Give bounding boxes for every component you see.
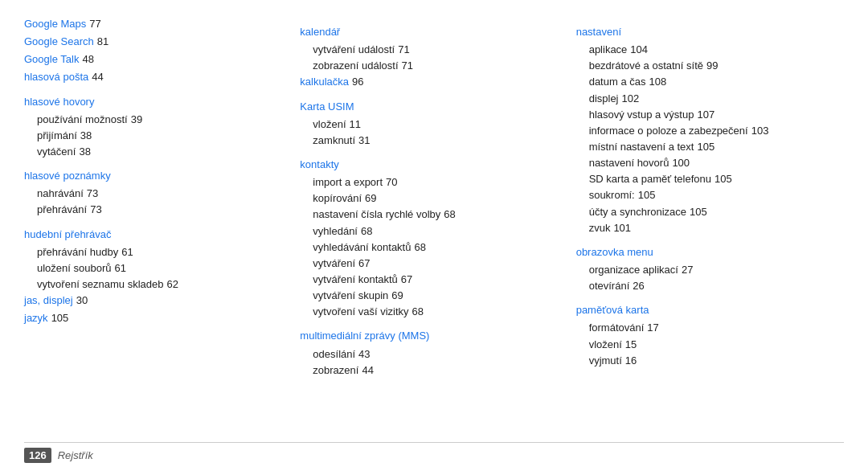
sub-num: 11 (350, 118, 361, 130)
sub-num: 44 (362, 364, 373, 376)
sub-num: 108 (649, 76, 666, 88)
sub-entry: přijímání38 (24, 128, 284, 144)
sub-num: 43 (358, 348, 370, 360)
section-header: multimediální zprávy (MMS) (300, 325, 559, 344)
sub-label: datum a čas (589, 76, 646, 88)
section-label: hudební přehrávač (24, 227, 111, 243)
sub-label: používání možností (37, 113, 128, 125)
sub-label: přehrávání (37, 203, 87, 215)
sub-entry: vyhledání68 (300, 223, 559, 240)
section-header: nastavení (576, 21, 836, 40)
index-entry: jazyk105 (24, 310, 284, 326)
sub-label: vložení (589, 338, 622, 350)
sub-label: aplikace (589, 43, 628, 55)
sub-num: 68 (412, 305, 424, 317)
sub-num: 105 (690, 206, 707, 218)
entry-label: hlasová pošta (24, 71, 88, 83)
sub-num: 68 (444, 208, 455, 220)
sub-entry: otevírání26 (576, 278, 836, 294)
entry-label: Google Search (24, 35, 94, 47)
sub-entry: formátování17 (576, 320, 836, 336)
entry-num: 30 (76, 294, 88, 306)
sub-label: nahrávání (37, 187, 84, 199)
sub-num: 105 (714, 173, 732, 185)
sub-num: 70 (386, 176, 397, 188)
footer-label: Rejstřík (58, 449, 93, 461)
sub-num: 61 (121, 246, 133, 258)
index-entry: jas, displej30 (24, 293, 284, 309)
sub-label: informace o poloze a zabezpečení (589, 125, 748, 137)
sub-entry: datum a čas108 (576, 74, 836, 90)
sub-entry: kopírování69 (300, 190, 559, 207)
sub-label: vytváření skupin (313, 289, 388, 301)
sub-entry: odesílání43 (300, 346, 559, 362)
sub-entry: účty a synchronizace105 (576, 204, 836, 220)
sub-label: kopírování (313, 192, 362, 204)
section-header: Karta USIM (300, 96, 559, 115)
section-label: nastavení (576, 24, 621, 40)
sub-label: uložení souborů (37, 262, 112, 274)
sub-entry: organizace aplikací27 (576, 262, 836, 278)
sub-num: 103 (751, 125, 769, 137)
sub-label: přijímání (37, 129, 77, 141)
section-label: multimediální zprávy (MMS) (300, 328, 429, 344)
sub-entry: přehrávání73 (24, 202, 284, 218)
section-label: obrazovka menu (576, 244, 653, 260)
sub-label: vytáčení (37, 145, 76, 158)
sub-entry: místní nastavení a text105 (576, 139, 836, 155)
section-label: kalendář (300, 24, 340, 40)
sub-entry: bezdrátové a ostatní sítě99 (576, 58, 836, 74)
sub-num: 31 (358, 134, 370, 146)
sub-num: 102 (622, 92, 640, 104)
sub-entry: vložení15 (576, 337, 836, 353)
entry-num: 44 (92, 71, 103, 83)
sub-num: 104 (630, 43, 648, 55)
sub-entry: zobrazení událostí71 (300, 58, 559, 74)
sub-label: zobrazení událostí (313, 59, 398, 72)
sub-entry: používání možností39 (24, 112, 284, 128)
sub-entry: vložení11 (300, 117, 559, 133)
section-header: obrazovka menu (576, 241, 836, 260)
sub-entry: vytváření67 (300, 256, 559, 272)
sub-label: hlasový vstup a výstup (589, 109, 694, 121)
sub-entry: vytváření skupin69 (300, 288, 559, 304)
sub-num: 39 (131, 113, 142, 125)
sub-num: 100 (672, 157, 690, 169)
sub-num: 26 (633, 280, 644, 292)
section-header: hudební přehrávač (24, 223, 284, 243)
sub-num: 105 (638, 189, 656, 201)
sub-label: zobrazení (313, 364, 358, 376)
section-header: kalendář (300, 21, 559, 40)
entry-num: 48 (82, 53, 93, 65)
sub-label: SD karta a paměť telefonu (589, 173, 711, 185)
sub-label: odesílání (313, 348, 355, 360)
sub-num: 105 (697, 141, 714, 153)
section-label: Karta USIM (300, 99, 354, 115)
col-2: kalendářvytváření událostí71zobrazení ud… (292, 16, 567, 437)
sub-label: místní nastavení a text (589, 141, 694, 153)
sub-num: 73 (90, 203, 101, 215)
sub-label: vytvoření vaší vizitky (313, 305, 408, 317)
entry-num: 77 (89, 18, 100, 30)
section-label: hlasové poznámky (24, 168, 111, 184)
sub-entry: soukromí:105 (576, 187, 836, 203)
sub-num: 69 (365, 192, 376, 204)
sub-entry: vyhledávání kontaktů68 (300, 240, 559, 256)
section-header: kontakty (300, 154, 559, 173)
sub-label: organizace aplikací (589, 264, 678, 276)
sub-entry: vytvoření seznamu skladeb62 (24, 276, 284, 293)
sub-entry: vytáčení38 (24, 144, 284, 160)
sub-label: vytváření (313, 257, 355, 269)
section-label: hlasové hovory (24, 94, 94, 110)
sub-label: vyjmutí (589, 354, 622, 367)
sub-entry: vytvoření vaší vizitky68 (300, 304, 559, 320)
sub-label: formátování (589, 322, 645, 334)
sub-num: 27 (682, 264, 693, 276)
sub-num: 17 (647, 322, 658, 334)
sub-num: 71 (402, 59, 413, 72)
index-entry: hlasová pošta44 (24, 69, 284, 85)
sub-entry: displej102 (576, 91, 836, 107)
sub-num: 62 (167, 278, 178, 290)
entry-num: 105 (51, 312, 69, 324)
entry-label: jazyk (24, 312, 48, 324)
